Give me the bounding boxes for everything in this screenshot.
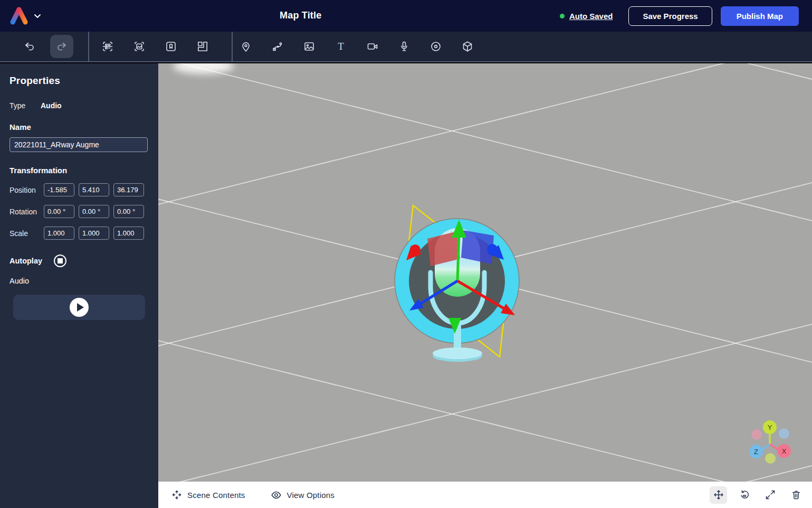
scene-contents-button[interactable]: Scene Contents (171, 490, 245, 500)
audio-marker[interactable] (395, 219, 519, 362)
type-value: Audio (41, 101, 62, 110)
autosave-label: Auto Saved (569, 12, 613, 21)
position-label: Position (9, 186, 44, 194)
delete-tool-button[interactable] (787, 486, 805, 504)
transformation-heading: Transformation (9, 166, 149, 175)
autosave-status-dot (560, 14, 565, 18)
audio-player[interactable] (13, 295, 145, 320)
text-icon: T (335, 40, 347, 53)
video-tool[interactable] (366, 40, 379, 53)
auto-saved-link[interactable]: Auto Saved (560, 12, 613, 21)
bookmark-tool[interactable] (165, 40, 177, 53)
autoplay-row: Autoplay (9, 255, 149, 267)
rotation-x-input[interactable] (44, 205, 74, 218)
properties-panel: Properties Type Audio Name Transformatio… (0, 63, 158, 508)
play-icon (77, 303, 84, 312)
audio-label: Audio (9, 277, 149, 285)
text-tool[interactable]: T (335, 40, 347, 53)
transform-tool-group (710, 486, 805, 504)
move-3d-icon (171, 490, 182, 500)
toolbar-separator (232, 32, 233, 61)
path-icon (271, 40, 284, 53)
path-tool[interactable] (271, 40, 284, 53)
floor-plan-tool[interactable] (196, 40, 209, 53)
scale-x-input[interactable] (44, 227, 74, 240)
image-icon (303, 40, 316, 53)
undo-button[interactable] (23, 40, 36, 53)
name-input[interactable] (9, 137, 148, 152)
viewport-bottom-bar: Scene Contents View Options (158, 482, 812, 508)
move-icon (713, 490, 724, 500)
rotate-icon (739, 490, 750, 500)
toolbar-separator (88, 32, 89, 61)
position-x-input[interactable] (44, 183, 74, 196)
rotate-tool-button[interactable] (735, 486, 753, 504)
qr-scan-icon (101, 40, 114, 53)
view-options-button[interactable]: View Options (271, 490, 335, 501)
scale-icon (765, 490, 776, 500)
position-z-input[interactable] (113, 183, 144, 196)
play-button[interactable] (70, 298, 89, 317)
top-bar: Map Title Auto Saved Save Progress Publi… (0, 0, 812, 32)
move-tool-button[interactable] (710, 486, 727, 504)
svg-text:T: T (338, 41, 344, 52)
video-icon (366, 40, 379, 53)
microphone-tool[interactable] (398, 40, 410, 53)
stop-square-icon (58, 258, 63, 264)
record-icon (429, 40, 442, 53)
qr-scan-tool[interactable] (101, 40, 114, 53)
scene-overlay: Y Z X (158, 63, 812, 482)
trash-icon (791, 490, 801, 500)
rotation-z-input[interactable] (113, 205, 144, 218)
autoplay-label: Autoplay (9, 257, 42, 265)
eye-icon (271, 490, 282, 501)
scale-inputs (44, 227, 144, 240)
scene-contents-label: Scene Contents (187, 491, 245, 500)
properties-heading: Properties (9, 75, 149, 87)
scale-y-input[interactable] (79, 227, 109, 240)
map-editor-app: Map Title Auto Saved Save Progress Publi… (0, 0, 812, 508)
microphone-icon (398, 40, 410, 53)
page-title: Map Title (280, 10, 321, 21)
scale-label: Scale (9, 229, 44, 238)
location-pin-icon (240, 40, 252, 53)
publish-map-button[interactable]: Publish Map (721, 6, 799, 26)
record-tool[interactable] (429, 40, 442, 53)
editor-toolbar: T (0, 32, 812, 62)
image-tool[interactable] (303, 40, 316, 53)
image-scan-icon (133, 40, 146, 53)
bookmark-icon (165, 40, 177, 53)
redo-button[interactable] (50, 35, 73, 58)
view-options-label: View Options (287, 491, 335, 500)
chevron-down-icon (34, 14, 41, 18)
save-progress-button[interactable]: Save Progress (628, 6, 712, 26)
arway-logo-icon (8, 5, 30, 26)
orientation-gizmo[interactable]: Y Z X (749, 420, 791, 464)
rotation-label: Rotation (9, 208, 44, 216)
cube-icon (461, 40, 474, 53)
rotation-row: Rotation (9, 205, 149, 218)
topbar-actions: Auto Saved Save Progress Publish Map (560, 0, 799, 32)
axis-y-label: Y (768, 424, 772, 431)
scale-tool-button[interactable] (761, 486, 779, 504)
scene-viewport[interactable]: Y Z X (158, 63, 812, 482)
brand-menu[interactable] (8, 5, 41, 26)
axis-z-label: Z (754, 448, 758, 456)
scale-row: Scale (9, 227, 149, 240)
type-label: Type (9, 101, 41, 110)
undo-icon (23, 40, 36, 53)
rotation-y-input[interactable] (79, 205, 109, 218)
scale-z-input[interactable] (113, 227, 144, 240)
autoplay-toggle[interactable] (54, 255, 66, 267)
floor-plan-icon (196, 40, 209, 53)
cube-tool[interactable] (461, 40, 474, 53)
location-pin-tool[interactable] (240, 40, 252, 53)
rotation-inputs (44, 205, 144, 218)
position-row: Position (9, 183, 149, 196)
image-scan-tool[interactable] (133, 40, 146, 53)
redo-icon (55, 40, 68, 53)
axis-x-label: X (782, 447, 787, 455)
type-row: Type Audio (9, 101, 149, 110)
position-y-input[interactable] (79, 183, 109, 196)
position-inputs (44, 183, 144, 196)
